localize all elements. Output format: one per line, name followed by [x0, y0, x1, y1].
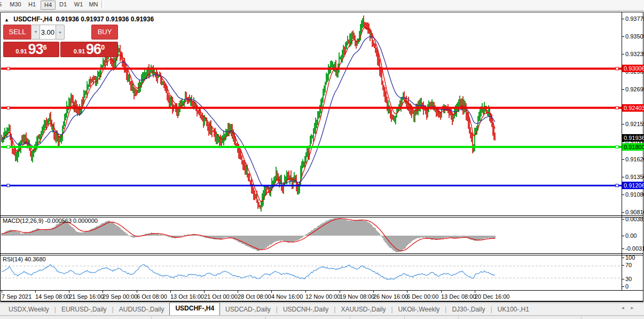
chart-symbol-label: USDCHF-,H4 [13, 15, 52, 23]
indicator-tick: 0.00 [625, 232, 637, 239]
buy-price-big: 96 [86, 43, 101, 56]
chart-tab-dj30-daily[interactable]: DJ30-,Daily [446, 304, 490, 315]
chart-tab-usdchf-h4[interactable]: USDCHF-,H4 [169, 302, 220, 316]
chart-tab-audusd-daily[interactable]: AUDUSD-,Daily [114, 304, 170, 315]
indicator-tick: 100 [625, 254, 635, 261]
price-badge-0.92403: 0.92403 [622, 104, 644, 112]
price-tick: 0.93775 [625, 15, 644, 22]
price-tick: 0.90810 [625, 208, 644, 216]
strip-divider [265, 316, 266, 319]
toolbar-separator [101, 1, 104, 9]
price-tick: 0.91620 [625, 155, 644, 163]
price-tick: 0.91080 [625, 191, 644, 198]
chart-ohlc-header: ▲ USDCHF-,H4 0.91936 0.91937 0.91936 0.9… [4, 15, 154, 23]
volume-increase-button[interactable]: ▲ [56, 25, 65, 40]
time-label: 26 Nov 16:00 [373, 293, 408, 300]
price-badge-0.93006: 0.93006 [622, 65, 644, 72]
time-label: 13 Dec 08:00 [441, 293, 476, 300]
timeframe-button-5[interactable]: 5 [0, 1, 4, 9]
sell-button[interactable]: SELL [3, 25, 32, 40]
strip-divider [458, 316, 459, 319]
strip-divider [581, 316, 582, 319]
hline-handle [616, 184, 618, 187]
collapse-triangle-icon[interactable]: ▲ [4, 17, 9, 22]
time-label: 7 Sep 2021 [2, 293, 32, 300]
price-tick: 0.93235 [625, 50, 644, 58]
chart-tab-usdx-weekly[interactable]: USDX,Weekly [3, 304, 54, 315]
time-label: 14 Sep 08:00 [35, 293, 70, 300]
hline-handle [7, 145, 10, 148]
volume-input[interactable] [40, 25, 57, 40]
sell-price-big: 93 [28, 43, 43, 56]
time-label: 4 Nov 16:00 [271, 293, 303, 300]
timeframe-button-h4[interactable]: H4 [41, 1, 56, 10]
hline-handle [616, 67, 618, 70]
indicator-tick: 30 [625, 275, 632, 283]
price-tick: 0.92155 [625, 120, 644, 128]
hline-handle [7, 67, 10, 70]
tab-scroll-left-icon[interactable]: ◄ [621, 306, 630, 310]
tab-scroll-right-icon[interactable]: ► [630, 306, 640, 310]
price-tick: 0.92695 [625, 85, 644, 93]
timeframe-button-d1[interactable]: D1 [57, 1, 69, 9]
time-label: 21 Oct 00:00 [204, 293, 238, 300]
timeframe-button-h1[interactable]: H1 [26, 1, 38, 9]
chart-tab-uk100-h1[interactable]: UK100-,H1 [492, 304, 535, 315]
price-tick: 0.93505 [625, 33, 644, 40]
timeframe-button-m30[interactable]: M30 [7, 1, 23, 9]
timeframe-button-w1[interactable]: W1 [72, 1, 85, 9]
time-label: 6 Dec 00:00 [407, 293, 438, 300]
chart-ohlc-values: 0.91936 0.91937 0.91936 0.91936 [56, 15, 154, 23]
strip-divider [151, 316, 152, 319]
time-label: 13 Oct 16:00 [170, 293, 204, 300]
buy-button[interactable]: BUY [91, 25, 118, 40]
chart-tab-eurusd-daily[interactable]: EURUSD-,Daily [56, 304, 112, 315]
time-label: 20 Dec 16:00 [475, 293, 509, 300]
timeframe-toolbar: 5M30H1H4D1W1MN [0, 0, 644, 11]
hline-handle [616, 106, 618, 109]
hline-handle [616, 145, 618, 148]
strip-divider [350, 316, 350, 319]
sell-price-pip: 6 [43, 44, 47, 51]
hline-handle [7, 184, 10, 187]
time-label: 19 Nov 08:00 [340, 293, 374, 300]
time-label: 21 Sep 16:00 [69, 293, 104, 300]
hline-handle [7, 106, 10, 109]
time-label: 6 Oct 08:00 [137, 293, 167, 300]
sell-price-display[interactable]: 0.91 93 6 [3, 42, 59, 57]
buy-price-prefix: 0.91 [74, 48, 85, 55]
indicator-tick: 0 [625, 283, 629, 290]
indicator-tick: 70 [625, 261, 632, 269]
price-badge-0.91800: 0.91800 [622, 143, 644, 151]
tab-scroll-arrows: ◄► [621, 306, 640, 310]
buy-price-pip: 0 [101, 44, 105, 51]
timeframe-button-mn[interactable]: MN [87, 1, 100, 9]
sell-price-prefix: 0.91 [15, 48, 27, 55]
chart-tab-xauusd-daily[interactable]: XAUUSD-,Daily [335, 304, 391, 315]
price-badge-0.91936: 0.91936 [622, 134, 644, 142]
rsi-label: RSI(14) 40.3680 [3, 256, 46, 262]
indicator-tick: 0.003811 [625, 215, 644, 223]
strip-divider [404, 316, 405, 319]
terminal-strip [0, 315, 644, 319]
buy-price-display[interactable]: 0.91 96 0 [60, 42, 118, 57]
chart-tab-usdcnh-daily[interactable]: USDCNH-,Daily [278, 304, 334, 315]
price-tick: 0.91350 [625, 173, 644, 181]
chart-tab-bar: USDX,Weekly|EURUSD-,Daily|AUDUSD-,DailyU… [0, 302, 644, 316]
macd-label: MACD(12,26,9) -0.000563 0.000000 [3, 217, 98, 224]
chart-tab-ukoil-weekly[interactable]: UKOil-,Weekly [393, 304, 445, 315]
time-label: 29 Sep 00:00 [103, 293, 137, 300]
price-badge-0.91206: 0.91206 [622, 182, 644, 189]
indicator-tick: -0.003115 [625, 245, 644, 252]
chart-tab-usdcad-daily[interactable]: USDCAD-,Daily [220, 304, 276, 315]
time-label: 28 Oct 08:00 [238, 293, 271, 300]
time-label: 12 Nov 00:00 [305, 293, 340, 300]
